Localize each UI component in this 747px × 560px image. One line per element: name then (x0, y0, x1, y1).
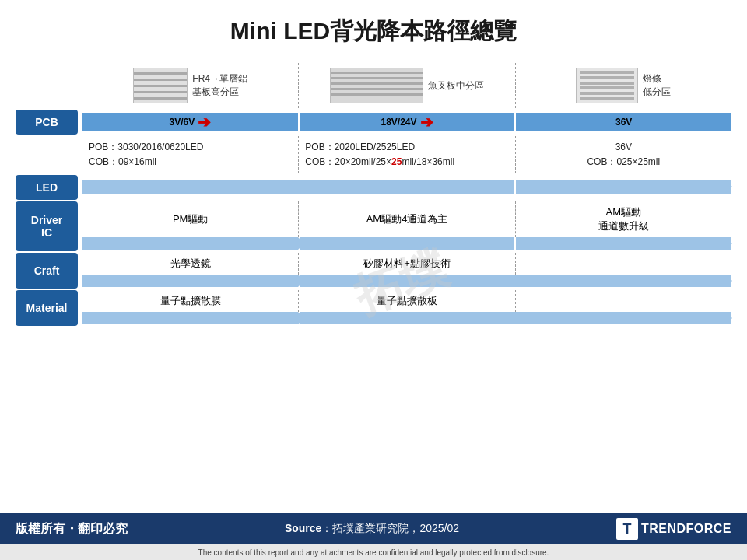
material-col2: 量子點擴散板 (299, 290, 515, 312)
pcb-bar-v3: 36V (516, 113, 731, 131)
driver-ic-col1: PM驅動 (82, 201, 299, 237)
pcb-bar-v1: 3V/6V ➔ (82, 113, 300, 131)
trendforce-icon: T (616, 518, 638, 540)
led-spec-1: POB：3030/2016/0620LED COB：09×16mil (82, 136, 299, 173)
pcb-col3-label: 燈條 低分區 (643, 72, 671, 99)
pcb-label: PCB (16, 110, 78, 135)
led-spec-2: POB：2020LED/2525LED COB：20×20mil/25×25mi… (299, 136, 515, 173)
craft-col2: 矽膠材料+點膠技術 (299, 253, 515, 275)
pcb-col2-label: 魚叉板中分區 (428, 79, 484, 93)
craft-col3 (516, 253, 731, 275)
footer-copyright: 版權所有・翻印必究 (16, 521, 128, 537)
trendforce-name: TRENDFORCE (641, 522, 731, 536)
footer-logo: T TRENDFORCE (616, 518, 731, 540)
material-label: Material (16, 290, 78, 326)
disclaimer-bar: The contents of this report and any atta… (0, 544, 747, 560)
disclaimer-text: The contents of this report and any atta… (198, 548, 549, 557)
craft-label: Craft (16, 253, 78, 289)
pcb-col1-image: FR4→單層鋁 基板高分區 (82, 63, 299, 108)
page-title: Mini LED背光降本路徑總覽 (16, 8, 731, 47)
material-col3 (516, 290, 731, 312)
pcb-col2-image: 魚叉板中分區 (299, 63, 515, 108)
pcb-col3-image: 燈條 低分區 (516, 63, 731, 108)
led-label: LED (16, 175, 78, 200)
footer: 版權所有・翻印必究 Source：拓墣產業研究院，2025/02 T TREND… (0, 513, 747, 544)
material-col1: 量子點擴散膜 (82, 290, 299, 312)
pcb-col1-label: FR4→單層鋁 基板高分區 (192, 72, 247, 99)
led-spec-3: 36VCOB：025×25mil (516, 136, 731, 173)
footer-source: Source：拓墣產業研究院，2025/02 (285, 522, 459, 536)
driver-ic-label: Driver IC (16, 201, 78, 251)
driver-ic-col3: AM驅動 通道數升級 (516, 201, 731, 237)
pcb-bar-v2: 18V/24V ➔ (300, 113, 517, 131)
diagram: FR4→單層鋁 基板高分區 (16, 63, 731, 326)
craft-col1: 光學透鏡 (82, 253, 299, 275)
driver-ic-col2: AM驅動4通道為主 (299, 201, 515, 237)
